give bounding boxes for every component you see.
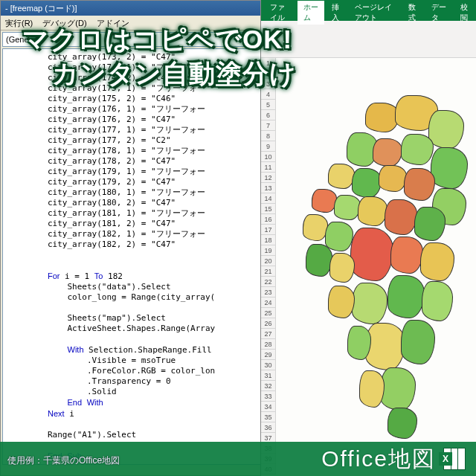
vba-titlebar: - [freemap (コード)]: [1, 1, 274, 16]
row-header[interactable]: 9: [261, 141, 276, 152]
row-header[interactable]: 17: [261, 225, 276, 235]
map-region[interactable]: [401, 320, 435, 364]
map-region[interactable]: [328, 286, 355, 318]
row-header[interactable]: 15: [261, 204, 276, 214]
tab-review[interactable]: 校閲: [454, 1, 476, 25]
row-header[interactable]: 12: [261, 173, 276, 183]
row-header[interactable]: 35: [261, 412, 276, 422]
tab-data[interactable]: データ: [425, 1, 452, 25]
row-header[interactable]: 28: [261, 339, 276, 350]
map-region[interactable]: [334, 195, 361, 220]
row-header[interactable]: 30: [261, 360, 276, 370]
row-header[interactable]: 31: [261, 370, 276, 381]
row-header[interactable]: 25: [261, 308, 276, 318]
row-header[interactable]: 20: [261, 256, 276, 266]
tab-insert[interactable]: 挿入: [326, 1, 347, 25]
row-header[interactable]: 5: [261, 100, 276, 110]
excel-row-headers: 1234567891011121314151617181920212223242…: [261, 58, 276, 475]
tab-home[interactable]: ホーム: [298, 1, 324, 25]
tab-file[interactable]: ファイル: [264, 1, 296, 25]
row-header[interactable]: 23: [261, 287, 276, 298]
map-region[interactable]: [352, 168, 382, 198]
row-header[interactable]: 11: [261, 162, 276, 173]
map-region[interactable]: [414, 207, 446, 241]
row-header[interactable]: 14: [261, 193, 276, 204]
map-region[interactable]: [431, 147, 468, 189]
map-region[interactable]: [404, 168, 435, 201]
map-region[interactable]: [328, 164, 355, 189]
map-region[interactable]: [373, 138, 402, 167]
map-region[interactable]: [390, 237, 423, 274]
row-header[interactable]: 13: [261, 183, 276, 193]
row-header[interactable]: 34: [261, 402, 276, 412]
vba-code-pane[interactable]: city_array(173, 2) = "C47" city_array(17…: [2, 48, 273, 465]
excel-ribbon-tabs: ファイル ホーム 挿入 ページレイアウト 数式 データ 校閲: [261, 4, 476, 21]
map-region[interactable]: [379, 165, 407, 192]
row-header[interactable]: 36: [261, 422, 276, 433]
row-header[interactable]: 4: [261, 89, 276, 100]
map-region[interactable]: [387, 275, 425, 318]
map-region[interactable]: [422, 281, 453, 321]
map-region[interactable]: [387, 408, 417, 439]
vba-code-text: city_array(173, 2) = "C47" city_array(17…: [48, 52, 271, 462]
row-header[interactable]: 21: [261, 266, 276, 277]
map-region[interactable]: [365, 323, 405, 370]
map-region[interactable]: [385, 199, 417, 235]
row-header[interactable]: 29: [261, 350, 276, 360]
row-header[interactable]: 18: [261, 235, 276, 245]
map-region[interactable]: [358, 196, 387, 226]
row-header[interactable]: 24: [261, 298, 276, 308]
map-region[interactable]: [325, 222, 353, 251]
row-header[interactable]: 10: [261, 152, 276, 162]
map-region[interactable]: [352, 283, 387, 324]
map-region[interactable]: [303, 214, 328, 241]
map-region[interactable]: [312, 189, 337, 213]
tab-page-layout[interactable]: ページレイアウト: [349, 1, 401, 25]
map-region[interactable]: [380, 367, 416, 411]
row-header[interactable]: 27: [261, 329, 276, 339]
footer-label: Office地図: [321, 444, 436, 475]
row-header[interactable]: 16: [261, 214, 276, 225]
map-region[interactable]: [401, 134, 434, 165]
footer-caption: 使用例：千葉県のOffice地図: [7, 454, 120, 467]
headline-line2: カンタン自動塗分け: [52, 57, 461, 91]
row-header[interactable]: 19: [261, 245, 276, 256]
headline-overlay: マクロはコピペでOK! カンタン自動塗分け: [22, 22, 461, 90]
map-region[interactable]: [428, 110, 464, 149]
map-region[interactable]: [350, 228, 393, 281]
map-region[interactable]: [306, 244, 332, 277]
map-region[interactable]: [347, 326, 371, 360]
map-region[interactable]: [329, 253, 355, 283]
row-header[interactable]: 8: [261, 131, 276, 141]
excel-icon: X: [443, 448, 466, 470]
headline-line1: マクロはコピペでOK!: [22, 25, 292, 54]
tab-formulas[interactable]: 数式: [402, 1, 424, 25]
row-header[interactable]: 26: [261, 318, 276, 329]
row-header[interactable]: 33: [261, 391, 276, 402]
map-region[interactable]: [359, 370, 385, 408]
row-header[interactable]: 32: [261, 381, 276, 391]
row-header[interactable]: 22: [261, 277, 276, 287]
excel-grid[interactable]: 1234567891011121314151617181920212223242…: [261, 58, 476, 475]
row-header[interactable]: 7: [261, 120, 276, 131]
excel-map-canvas[interactable]: [276, 58, 476, 475]
map-region[interactable]: [420, 242, 454, 281]
row-header[interactable]: 6: [261, 110, 276, 120]
